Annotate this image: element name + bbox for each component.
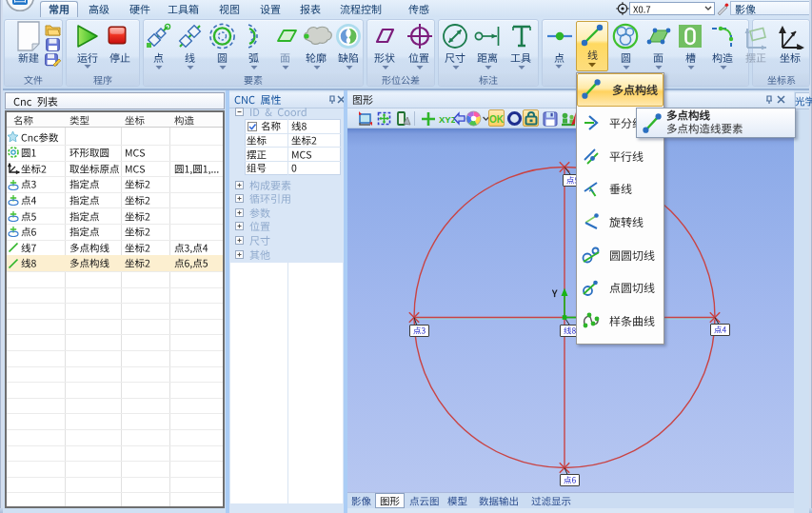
svg-text:OK: OK xyxy=(489,114,505,125)
